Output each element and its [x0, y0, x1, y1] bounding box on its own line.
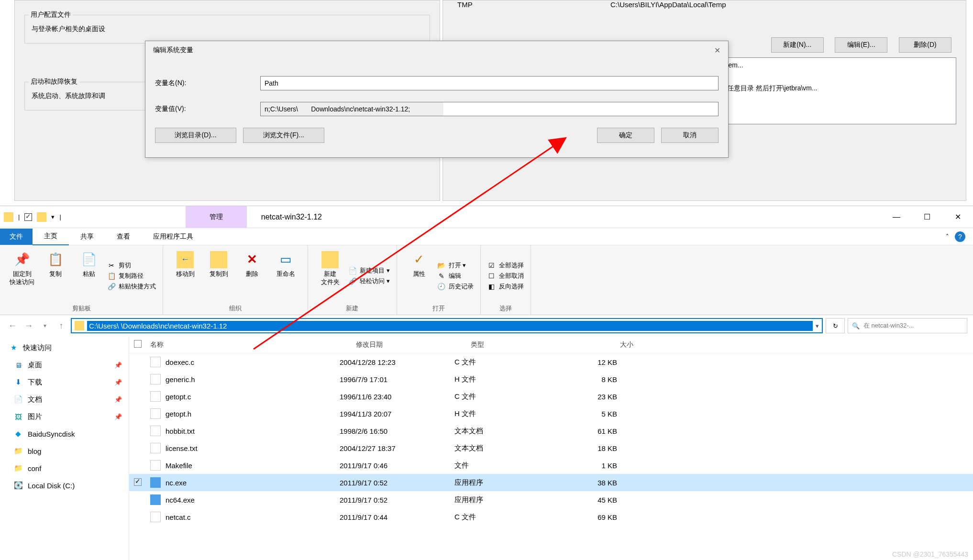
file-type: C 文件 [454, 392, 560, 401]
paste-button[interactable]: 📄粘贴 [74, 248, 104, 303]
tab-share[interactable]: 共享 [69, 229, 105, 245]
tab-view[interactable]: 查看 [105, 229, 142, 245]
edit-button[interactable]: ✎编辑 [437, 272, 474, 280]
edit-button[interactable]: 编辑(E)... [835, 37, 887, 53]
tab-app-tools[interactable]: 应用程序工具 [142, 229, 205, 245]
delete-button[interactable]: 删除(D) [899, 37, 951, 53]
copy-path-button[interactable]: 📋复制路径 [107, 272, 156, 280]
file-row[interactable]: getopt.h 1994/11/3 20:07 H 文件 5 KB [129, 405, 973, 422]
file-date: 2004/12/28 12:23 [340, 358, 454, 366]
desktop-icon: 🖥 [13, 360, 23, 370]
invert-selection-button[interactable]: ◧反向选择 [487, 282, 524, 291]
minimize-button[interactable]: — [881, 206, 912, 228]
file-row[interactable]: Makefile 2011/9/17 0:46 文件 1 KB [129, 457, 973, 474]
column-headers[interactable]: 名称 修改日期 类型 大小 [129, 336, 973, 353]
new-button[interactable]: 新建(N)... [771, 37, 824, 53]
copy-to-button[interactable]: 复制到 [203, 248, 234, 303]
file-icon [150, 391, 161, 402]
checkbox-icon[interactable] [24, 213, 32, 221]
maximize-button[interactable]: ☐ [912, 206, 942, 228]
up-button[interactable]: ↑ [55, 319, 68, 332]
properties-button[interactable]: ✓属性 [404, 248, 434, 303]
help-icon[interactable]: ? [955, 231, 965, 242]
navigation-pane[interactable]: ★快速访问🖥桌面📌⬇下载📌📄文档📌🖼图片📌◆BaiduSyncdisk📁blog… [0, 336, 129, 560]
folder-icon [75, 321, 84, 330]
checkbox[interactable] [134, 478, 142, 486]
column-name[interactable]: 名称 [150, 340, 356, 349]
recent-history-button[interactable]: ▾ [38, 319, 52, 332]
file-row[interactable]: hobbit.txt 1998/2/6 16:50 文本文档 61 KB [129, 422, 973, 439]
tab-file[interactable]: 文件 [0, 229, 33, 245]
new-item-button[interactable]: 📄新建项目 ▾ [348, 266, 390, 275]
dropdown-icon[interactable]: ▾ [51, 213, 55, 220]
cut-button[interactable]: ✂剪切 [107, 261, 156, 270]
file-row[interactable]: license.txt 2004/12/27 18:37 文本文档 18 KB [129, 439, 973, 457]
forward-button[interactable]: → [22, 319, 35, 332]
titlebar: | ▾ | 管理 netcat-win32-1.12 — ☐ ✕ [0, 206, 973, 228]
sidebar-item[interactable]: 🖼图片📌 [0, 408, 129, 425]
file-row[interactable]: netcat.c 2011/9/17 0:44 C 文件 69 KB [129, 508, 973, 526]
select-none-button[interactable]: ☐全部取消 [487, 272, 524, 280]
file-date: 1994/11/3 20:07 [340, 410, 454, 418]
column-date[interactable]: 修改日期 [356, 340, 471, 349]
open-button[interactable]: 📂打开 ▾ [437, 261, 474, 270]
file-type: H 文件 [454, 375, 560, 384]
refresh-button[interactable]: ↻ [826, 318, 845, 333]
sidebar-item[interactable]: 🖥桌面📌 [0, 356, 129, 373]
back-button[interactable]: ← [6, 319, 19, 332]
sidebar-item[interactable]: ★快速访问 [0, 339, 129, 356]
sidebar-item[interactable]: 📁blog [0, 442, 129, 460]
search-input[interactable]: 🔍 在 netcat-win32-... [848, 318, 967, 333]
close-button[interactable]: ✕ [942, 206, 973, 228]
file-icon [150, 408, 161, 419]
folder-icon [37, 212, 46, 222]
pin-icon: 📌 [114, 396, 122, 403]
file-row[interactable]: getopt.c 1996/11/6 23:40 C 文件 23 KB [129, 388, 973, 405]
sidebar-item[interactable]: 📁conf [0, 460, 129, 477]
file-list[interactable]: 名称 修改日期 类型 大小 doexec.c 2004/12/28 12:23 … [129, 336, 973, 560]
select-all-button[interactable]: ☑全部选择 [487, 261, 524, 270]
browse-dir-button[interactable]: 浏览目录(D)... [155, 128, 236, 143]
pin-to-quick-access-button[interactable]: 📌固定到 快速访问 [7, 248, 37, 303]
file-name: nc64.exe [166, 496, 195, 504]
window-title: netcat-win32-1.12 [261, 213, 322, 221]
move-to-button[interactable]: ←移动到 [170, 248, 200, 303]
context-tab-manage[interactable]: 管理 [186, 206, 247, 228]
select-all-checkbox[interactable] [134, 340, 142, 348]
file-row[interactable]: doexec.c 2004/12/28 12:23 C 文件 12 KB [129, 353, 973, 371]
column-size[interactable]: 大小 [576, 340, 633, 349]
rename-button[interactable]: ▭重命名 [270, 248, 301, 303]
variable-name-input[interactable] [260, 76, 719, 90]
chevron-down-icon[interactable]: ▾ [816, 322, 819, 329]
column-type[interactable]: 类型 [471, 340, 576, 349]
file-size: 18 KB [560, 444, 617, 452]
delete-button[interactable]: ✕删除 [237, 248, 267, 303]
ok-button[interactable]: 确定 [597, 128, 654, 143]
tab-home[interactable]: 主页 [33, 228, 69, 245]
address-input[interactable]: C:\Users\ \Downloads\nc\netcat-win32-1.1… [71, 318, 823, 333]
close-icon[interactable]: ✕ [714, 46, 720, 55]
browse-file-button[interactable]: 浏览文件(F)... [243, 128, 324, 143]
easy-access-button[interactable]: 🔗轻松访问 ▾ [348, 277, 390, 285]
sidebar-item-label: 文档 [28, 395, 42, 404]
file-row[interactable]: generic.h 1996/7/9 17:01 H 文件 8 KB [129, 371, 973, 388]
sidebar-item[interactable]: ◆BaiduSyncdisk [0, 425, 129, 442]
chevron-up-icon[interactable]: ˄ [946, 233, 949, 240]
sidebar-item-label: 下载 [28, 378, 42, 387]
file-row[interactable]: nc.exe 2011/9/17 0:52 应用程序 38 KB [129, 474, 973, 491]
history-button[interactable]: 🕘历史记录 [437, 282, 474, 291]
sidebar-item-label: 桌面 [28, 361, 42, 370]
cancel-button[interactable]: 取消 [661, 128, 719, 143]
star-icon: ★ [9, 343, 18, 352]
baidu-icon: ◆ [13, 429, 23, 439]
sidebar-item[interactable]: 📄文档📌 [0, 391, 129, 408]
sidebar-item[interactable]: ⬇下载📌 [0, 373, 129, 391]
new-folder-button[interactable]: 新建 文件夹 [315, 248, 345, 303]
variable-value-input[interactable] [260, 102, 719, 116]
copy-button[interactable]: 📋复制 [40, 248, 71, 303]
divider: | [59, 213, 61, 220]
file-name: netcat.c [166, 513, 191, 521]
sidebar-item[interactable]: 💽Local Disk (C:) [0, 477, 129, 494]
paste-shortcut-button[interactable]: 🔗粘贴快捷方式 [107, 282, 156, 291]
file-row[interactable]: nc64.exe 2011/9/17 0:52 应用程序 45 KB [129, 491, 973, 508]
